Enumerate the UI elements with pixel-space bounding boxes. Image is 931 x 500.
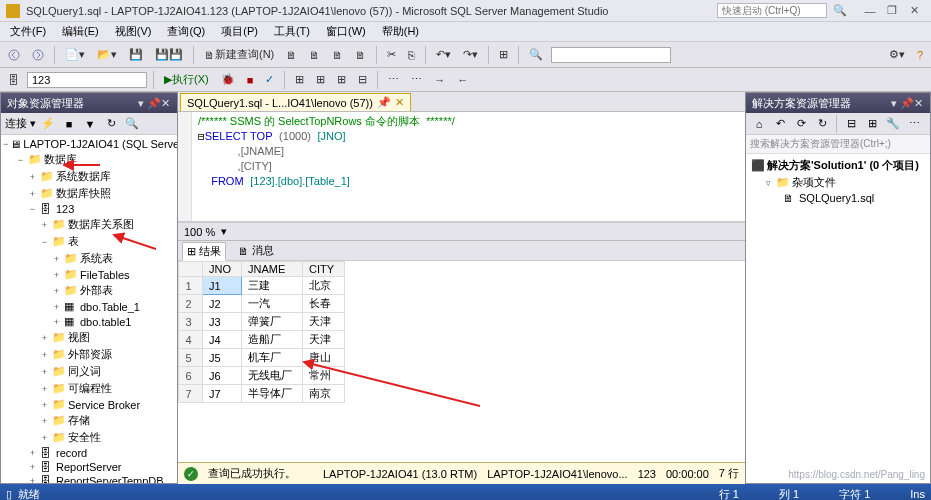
tree-node---[interactable]: +📁存储 [3,412,175,429]
panel-close-icon[interactable]: ✕ [159,97,171,110]
tree-node-123[interactable]: −🗄123 [3,202,175,216]
solution-tree[interactable]: ⬛ 解决方案'Solution1' (0 个项目) ▿ 📁 杂项文件 🗎 SQL… [746,154,930,483]
showall-icon[interactable]: ⊞ [863,115,881,133]
stop-button[interactable]: ■ [243,72,258,88]
undo-button[interactable]: ↶▾ [432,46,455,63]
col-header[interactable]: JNO [203,262,242,277]
find-button[interactable]: 🔍 [525,46,547,63]
menu-query[interactable]: 查询(Q) [161,22,211,41]
table-row[interactable]: 7J7半导体厂南京 [179,385,345,403]
table-row[interactable]: 5J5机车厂唐山 [179,349,345,367]
menu-file[interactable]: 文件(F) [4,22,52,41]
filter-icon[interactable]: ▼ [81,115,99,133]
execute-button[interactable]: ▶ 执行(X) [160,70,213,89]
toolbar-btn-d[interactable]: 🗎 [351,47,370,63]
file-tab[interactable]: SQLQuery1.sql - L...IO41\lenovo (57)) 📌 … [180,93,411,111]
table-row[interactable]: 3J3弹簧厂天津 [179,313,345,331]
help-button[interactable]: ? [913,47,927,63]
refresh-icon[interactable]: ↻ [102,115,120,133]
panel-dropdown-icon[interactable]: ▾ [135,97,147,110]
menu-view[interactable]: 视图(V) [109,22,158,41]
search-icon[interactable]: 🔍 [831,2,849,20]
comment-button[interactable]: ⋯ [384,71,403,88]
solution-explorer-header[interactable]: 解决方案资源管理器 ▾ 📌 ✕ [746,93,930,113]
col-header[interactable]: CITY [303,262,345,277]
col-header[interactable]: JNAME [242,262,303,277]
object-explorer-header[interactable]: 对象资源管理器 ▾ 📌 ✕ [1,93,177,113]
save-all-button[interactable]: 💾💾 [151,46,187,63]
view-icon[interactable]: ⋯ [905,115,923,133]
plan-button[interactable]: ⊞ [291,71,308,88]
uncomment-button[interactable]: ⋯ [407,71,426,88]
debug-button[interactable]: 🐞 [217,71,239,88]
refresh-icon[interactable]: ↻ [813,115,831,133]
quick-launch-input[interactable] [717,3,827,18]
home-icon[interactable]: ⌂ [750,115,768,133]
tab-close-icon[interactable]: ✕ [395,96,404,109]
panel-pin-icon[interactable]: 📌 [147,97,159,110]
restore-button[interactable]: ❐ [881,4,903,17]
indent-button[interactable]: → [430,72,449,88]
results-text-button[interactable]: ⊟ [354,71,371,88]
table-row[interactable]: 1J1三建北京 [179,277,345,295]
tree-node-----[interactable]: +📁可编程性 [3,380,175,397]
misc-folder[interactable]: ▿ 📁 杂项文件 [749,174,927,191]
save-button[interactable]: 💾 [125,46,147,63]
table-row[interactable]: 4J4造船厂天津 [179,331,345,349]
connect-button[interactable]: 连接 ▾ [5,116,36,131]
minimize-button[interactable]: — [859,5,881,17]
stats-button[interactable]: ⊞ [312,71,329,88]
pin-icon[interactable]: 📌 [377,96,391,109]
tree-root[interactable]: −🖥LAPTOP-1J2AIO41 (SQL Server 13... [3,137,175,151]
back-icon[interactable]: ↶ [771,115,789,133]
properties-icon[interactable]: 🔧 [884,115,902,133]
tree-node-service-broker[interactable]: +📁Service Broker [3,397,175,412]
options-button[interactable]: ⚙▾ [885,46,909,63]
tree-node-dbo-table-1[interactable]: +▦dbo.Table_1 [3,299,175,314]
menu-edit[interactable]: 编辑(E) [56,22,105,41]
table-row[interactable]: 6J6无线电厂常州 [179,367,345,385]
tree-node----[interactable]: −📁数据库 [3,151,175,168]
tree-node-reportservertempdb[interactable]: +🗄ReportServerTempDB [3,474,175,483]
new-query-button[interactable]: 🗎 新建查询(N) [200,45,278,64]
disconnect-icon[interactable]: ⚡ [39,115,57,133]
zoom-value[interactable]: 100 % [184,226,215,238]
cut-button[interactable]: ✂ [383,46,400,63]
tree-node----[interactable]: +📁系统表 [3,250,175,267]
collapse-icon[interactable]: ⊟ [842,115,860,133]
open-button[interactable]: 📂▾ [93,46,121,63]
outdent-button[interactable]: ← [453,72,472,88]
redo-button[interactable]: ↷▾ [459,46,482,63]
tree-node--[interactable]: −📁表 [3,233,175,250]
toolbar-btn-a[interactable]: 🗎 [282,47,301,63]
nav-forward-button[interactable] [28,47,48,63]
tab-messages[interactable]: 🗎 消息 [234,242,278,259]
panel-close-icon[interactable]: ✕ [912,97,924,110]
menu-tools[interactable]: 工具(T) [268,22,316,41]
new-file-button[interactable]: 📄▾ [61,46,89,63]
close-button[interactable]: ✕ [903,4,925,17]
tree-node----[interactable]: +📁安全性 [3,429,175,446]
tree-node----[interactable]: +📁外部表 [3,282,175,299]
menu-project[interactable]: 项目(P) [215,22,264,41]
results-grid[interactable]: JNOJNAMECITY1J1三建北京2J2一汽长春3J3弹簧厂天津4J4造船厂… [178,261,745,462]
panel-dropdown-icon[interactable]: ▾ [888,97,900,110]
object-explorer-tree[interactable]: −🖥LAPTOP-1J2AIO41 (SQL Server 13...−📁数据库… [1,135,177,483]
solution-search[interactable]: 搜索解决方案资源管理器(Ctrl+;) [746,135,930,154]
solution-root[interactable]: ⬛ 解决方案'Solution1' (0 个项目) [749,157,927,174]
find-input[interactable] [551,47,671,63]
tree-node-------[interactable]: +📁数据库关系图 [3,216,175,233]
tree-node---[interactable]: +📁视图 [3,329,175,346]
tree-node------[interactable]: +📁数据库快照 [3,185,175,202]
nav-back-button[interactable] [4,47,24,63]
property-button[interactable]: ⊞ [495,46,512,63]
tree-node------[interactable]: +📁系统数据库 [3,168,175,185]
menu-help[interactable]: 帮助(H) [376,22,425,41]
tree-node----[interactable]: +📁同义词 [3,363,175,380]
tree-node-filetables[interactable]: +📁FileTables [3,267,175,282]
database-selector[interactable] [27,72,147,88]
tree-node-----[interactable]: +📁外部资源 [3,346,175,363]
tree-node-reportserver[interactable]: +🗄ReportServer [3,460,175,474]
stop-icon[interactable]: ■ [60,115,78,133]
panel-pin-icon[interactable]: 📌 [900,97,912,110]
